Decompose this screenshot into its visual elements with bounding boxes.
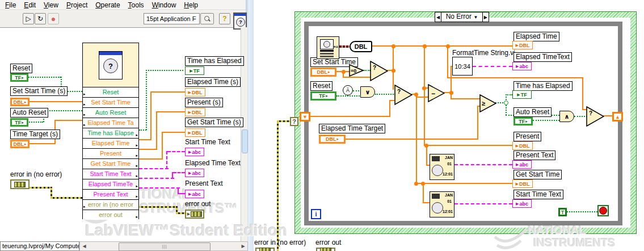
abort-button[interactable]: ● — [48, 13, 59, 24]
shift-register-left[interactable]: ▼ — [300, 112, 310, 122]
present-label: Present — [513, 132, 541, 141]
set-start-time-terminal[interactable]: DBL▸ — [310, 68, 336, 77]
elapsed-time-s-indicator[interactable]: ▶DBL — [185, 88, 205, 97]
case-selector[interactable]: ◀ No Error ▼ ▶ — [435, 12, 489, 22]
error-in-terminal[interactable] — [10, 179, 30, 189]
subvi-row-reset[interactable]: ▸Reset — [83, 87, 138, 97]
and-node[interactable]: ∧ — [559, 111, 574, 122]
loop-iteration-terminal[interactable]: i — [311, 209, 321, 219]
case-selector-terminal[interactable]: ? — [290, 117, 298, 126]
loop-condition-stop-button[interactable] — [597, 205, 609, 216]
reset-terminal[interactable]: TF▸ — [310, 91, 336, 101]
start-time-text-indicator[interactable]: ▶abc — [185, 148, 204, 156]
run-button[interactable]: ▷ — [23, 13, 34, 24]
wire — [454, 203, 512, 204]
wire — [156, 111, 185, 112]
error-out-indicator[interactable]: ▶ — [185, 210, 204, 219]
format-datetime-icon[interactable]: JAN 01 12:01 — [430, 191, 454, 217]
menu-edit[interactable]: Edit — [20, 1, 40, 9]
menu-window[interactable]: Window — [148, 1, 180, 9]
font-selector[interactable]: 15pt Application F — [144, 13, 200, 24]
vertical-scrollbar-thumb[interactable] — [242, 129, 248, 153]
menu-view[interactable]: View — [40, 1, 62, 9]
subvi-row-time-has-elapsed[interactable]: Time has Elapse▸ — [83, 128, 138, 138]
case-next-icon[interactable]: ▶ — [483, 15, 489, 20]
greater-equal-node[interactable]: ≥ — [479, 94, 496, 112]
subvi-row-present[interactable]: Present▸ — [83, 148, 138, 158]
format-time-vi[interactable]: 10:34 — [452, 57, 473, 76]
wire — [451, 66, 452, 93]
auto-reset-terminal[interactable]: TF▸ — [513, 117, 533, 126]
true-constant[interactable]: T — [558, 208, 567, 216]
start-time-text-label: Start Time Text — [185, 138, 230, 146]
equal-zero-node[interactable]: =0 — [349, 64, 364, 77]
first-call-icon[interactable]: Ä — [343, 85, 353, 95]
menu-tools[interactable]: Tools — [124, 1, 148, 9]
wire — [27, 77, 61, 78]
wire — [336, 95, 361, 97]
subvi-row-error-out[interactable]: error out▸ — [83, 210, 138, 220]
present-text-indicator[interactable]: ▶abc — [185, 190, 204, 198]
menu-project[interactable]: Project — [62, 1, 91, 9]
elapsed-time-subvi[interactable]: ? ▸Reset ▸Set Start Time ▸Auto Reset ▸El… — [82, 43, 139, 219]
error-wire — [277, 120, 279, 251]
scroll-left-icon[interactable]: ◀ — [81, 242, 88, 250]
to-double-node[interactable]: DBL — [350, 41, 372, 52]
present-s-indicator[interactable]: ▶DBL — [185, 108, 205, 116]
error-wire — [277, 120, 290, 122]
elapsed-time-text-indicator[interactable]: ▶abc — [185, 169, 204, 177]
subvi-row-auto-reset[interactable]: ▸Auto Reset — [83, 107, 138, 118]
elapsed-time-target-label: Elapsed Time Target — [319, 124, 385, 133]
wire — [424, 45, 425, 145]
error-out-terminal[interactable] — [316, 248, 335, 251]
get-datetime-icon[interactable]: += — [317, 36, 339, 59]
time-has-elapsed-indicator[interactable]: ▶TF — [185, 66, 204, 75]
subvi-row-elapsed-time[interactable]: Elapsed Time▸ — [83, 138, 138, 148]
error-in-terminal[interactable] — [255, 248, 275, 251]
elapsed-time-indicator[interactable]: ▶DBL — [512, 41, 533, 49]
subvi-row-elapsed-time-target[interactable]: ▸Elapsed Time Ta — [83, 118, 138, 128]
shift-register-right[interactable]: ▲ — [612, 112, 623, 122]
wire — [477, 106, 478, 140]
subvi-row-start-time-text[interactable]: Start Time Text▸ — [83, 169, 138, 179]
get-start-time-indicator[interactable]: ▶DBL — [512, 179, 533, 188]
run-continuous-button[interactable]: ↻ — [35, 13, 46, 24]
auto-reset-terminal[interactable]: TF▸ — [10, 118, 28, 127]
time-has-elapsed-indicator[interactable]: ▶TF — [512, 90, 532, 99]
help-button[interactable]: ? — [219, 13, 230, 24]
reset-terminal[interactable]: TF▸ — [10, 73, 28, 82]
menu-operate[interactable]: Operate — [91, 1, 124, 9]
case-dropdown-icon[interactable]: ▼ — [473, 15, 478, 20]
subvi-row-get-start-time[interactable]: Get Start Time▸ — [83, 158, 138, 169]
abort-icon: ● — [51, 14, 56, 23]
horizontal-scrollbar[interactable]: ◀ ||| ▶ — [79, 241, 248, 251]
project-context-label[interactable]: teuerung.lvproj/My Computer — [0, 241, 79, 251]
get-start-time-s-indicator[interactable]: ▶DBL — [185, 128, 205, 137]
time-target-terminal[interactable]: DBL▸ — [10, 140, 30, 148]
format-datetime-icon[interactable]: JAN 01 12:01 — [430, 154, 454, 180]
select-node[interactable]: ? — [394, 85, 413, 105]
reset-label: Reset — [310, 81, 332, 91]
present-text-indicator[interactable]: ▶abc — [512, 160, 532, 169]
watermark-instruments: INSTRUMENTS — [533, 236, 615, 249]
elapsed-time-target-terminal[interactable]: DBL▸ — [319, 135, 346, 144]
set-start-time-terminal[interactable]: DBL▸ — [10, 98, 30, 106]
elapsed-time-text-indicator[interactable]: ▶abc — [512, 62, 532, 70]
subvi-row-set-start-time[interactable]: ▸Set Start Time — [83, 97, 138, 107]
or-node[interactable]: ∨ — [360, 86, 375, 98]
scroll-right-icon[interactable]: ▶ — [239, 242, 247, 250]
subvi-row-error-in[interactable]: ▸error in (no error — [83, 199, 138, 210]
present-indicator[interactable]: ▶DBL — [512, 141, 533, 150]
menu-help[interactable]: Help — [180, 1, 202, 9]
subvi-row-present-text[interactable]: Present Text▸ — [83, 189, 138, 199]
select-node[interactable]: ? — [586, 106, 604, 127]
start-time-text-indicator[interactable]: ▶abc — [512, 199, 532, 208]
text-settings-button[interactable] — [200, 13, 214, 24]
horizontal-scrollbar-thumb[interactable]: ||| — [119, 242, 211, 251]
subvi-row-elapsed-time-text[interactable]: Elapsed TimeTe▸ — [83, 179, 138, 189]
select-node[interactable]: ? — [370, 61, 388, 81]
subtract-node[interactable]: − — [428, 84, 445, 102]
case-prev-icon[interactable]: ◀ — [435, 15, 441, 20]
present-text-label: Present Text — [185, 179, 222, 187]
menu-file[interactable]: File — [1, 1, 20, 9]
